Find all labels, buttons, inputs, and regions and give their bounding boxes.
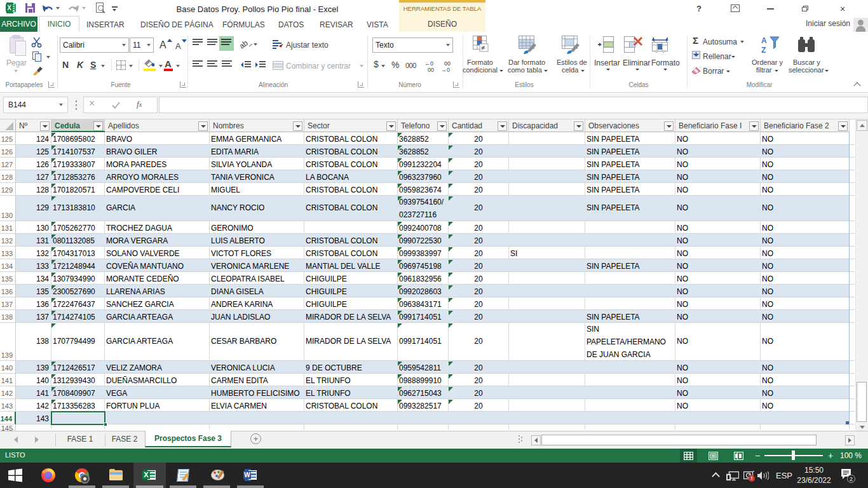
svg-text:≠: ≠ <box>481 44 485 51</box>
svg-text:ab: ab <box>240 38 250 49</box>
svg-text:A: A <box>761 36 767 45</box>
svg-text:Z: Z <box>761 46 766 55</box>
